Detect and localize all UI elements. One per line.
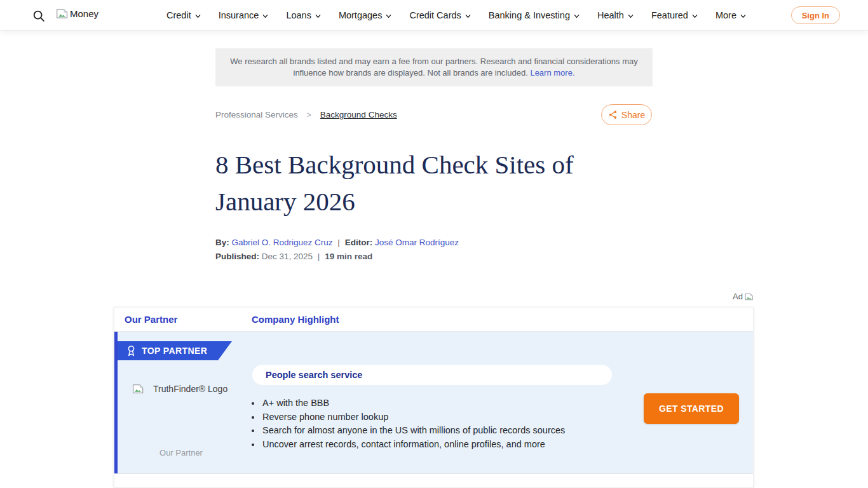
chevron-down-icon bbox=[465, 13, 471, 20]
share-button[interactable]: Share bbox=[601, 104, 652, 125]
byline: By: Gabriel O. Rodriguez Cruz | Editor: … bbox=[215, 238, 459, 247]
site-header: Money Credit Insurance Loans Mortgages C… bbox=[0, 0, 868, 30]
read-time: 19 min read bbox=[325, 252, 372, 261]
money-logo[interactable]: Money bbox=[56, 8, 98, 19]
nav-item-credit[interactable]: Credit bbox=[166, 10, 201, 20]
published-date: Dec 31, 2025 bbox=[262, 252, 313, 261]
sign-in-button[interactable]: Sign In bbox=[791, 6, 840, 24]
highlight-bullet: Search for almost anyone in the US with … bbox=[261, 424, 617, 438]
top-partner-label: TOP PARTNER bbox=[142, 346, 207, 356]
disclosure-text: We research all brands listed and may ea… bbox=[230, 57, 637, 78]
chevron-down-icon bbox=[194, 13, 201, 20]
broken-image-icon bbox=[745, 293, 754, 301]
highlight-bullet-list: A+ with the BBB Reverse phone number loo… bbox=[261, 396, 617, 451]
nav-item-health[interactable]: Health bbox=[597, 10, 634, 20]
chevron-down-icon bbox=[262, 13, 269, 20]
ad-label-row: Ad bbox=[114, 292, 754, 301]
learn-more-link[interactable]: Learn more. bbox=[530, 68, 574, 78]
breadcrumb-separator: > bbox=[307, 111, 311, 119]
get-started-button[interactable]: GET STARTED bbox=[644, 393, 739, 424]
nav-item-credit-cards[interactable]: Credit Cards bbox=[409, 10, 471, 20]
nav-item-loans[interactable]: Loans bbox=[286, 10, 322, 20]
author-link[interactable]: Gabriel O. Rodriguez Cruz bbox=[232, 238, 333, 247]
page: Money Credit Insurance Loans Mortgages C… bbox=[0, 0, 868, 488]
partner-table: Our Partner Company Highlight TOP PARTNE… bbox=[114, 307, 754, 488]
company-highlight-column-header: Company Highlight bbox=[252, 314, 339, 325]
service-category-pill: People search service bbox=[252, 365, 612, 385]
by-label: By: bbox=[215, 238, 229, 247]
highlight-bullet: Uncover arrest records, contact informat… bbox=[261, 438, 617, 452]
logo-alt-text: Money bbox=[70, 8, 98, 19]
next-partner-row-stub bbox=[114, 474, 753, 488]
chevron-down-icon bbox=[315, 13, 322, 20]
breadcrumb-parent[interactable]: Professional Services bbox=[215, 110, 298, 119]
byline-separator: | bbox=[337, 238, 340, 247]
row-accent-bar bbox=[114, 332, 118, 473]
top-partner-row: TOP PARTNER TruthFinder® Logo Our Partne… bbox=[114, 332, 753, 474]
highlight-bullet: A+ with the BBB bbox=[261, 396, 617, 410]
nav-item-banking-investing[interactable]: Banking & Investing bbox=[489, 10, 580, 20]
advertiser-disclosure: We research all brands listed and may ea… bbox=[215, 48, 653, 86]
search-icon[interactable] bbox=[32, 9, 46, 23]
share-icon bbox=[608, 110, 618, 119]
highlight-bullet: Reverse phone number lookup bbox=[261, 410, 617, 424]
page-title: 8 Best Background Check Sites of January… bbox=[215, 146, 654, 220]
nav-item-insurance[interactable]: Insurance bbox=[219, 10, 269, 20]
breadcrumb-current[interactable]: Background Checks bbox=[320, 110, 397, 119]
top-partner-badge: TOP PARTNER bbox=[118, 341, 232, 360]
nav-item-mortgages[interactable]: Mortgages bbox=[339, 10, 393, 20]
nav-item-featured[interactable]: Featured bbox=[651, 10, 698, 20]
broken-image-icon bbox=[56, 8, 69, 19]
editor-label: Editor: bbox=[345, 238, 373, 247]
pub-separator: | bbox=[318, 252, 320, 261]
share-label: Share bbox=[621, 110, 645, 120]
partner-logo[interactable]: TruthFinder® Logo bbox=[132, 384, 227, 394]
chevron-down-icon bbox=[573, 13, 580, 20]
partner-table-header: Our Partner Company Highlight bbox=[114, 308, 753, 332]
main-nav: Credit Insurance Loans Mortgages Credit … bbox=[166, 0, 747, 30]
chevron-down-icon bbox=[740, 13, 747, 20]
editor-link[interactable]: José Omar Rodríguez bbox=[375, 238, 459, 247]
nav-item-more[interactable]: More bbox=[715, 10, 747, 20]
broken-image-icon bbox=[132, 384, 144, 394]
our-partner-caption: Our Partner bbox=[140, 448, 222, 458]
medal-icon bbox=[126, 345, 136, 357]
published-label: Published: bbox=[215, 252, 259, 261]
breadcrumb: Professional Services > Background Check… bbox=[215, 110, 397, 119]
ad-label: Ad bbox=[733, 292, 743, 301]
our-partner-column-header: Our Partner bbox=[125, 314, 177, 325]
chevron-down-icon bbox=[691, 13, 698, 20]
chevron-down-icon bbox=[385, 13, 392, 20]
published-line: Published: Dec 31, 2025 | 19 min read bbox=[215, 252, 372, 261]
chevron-down-icon bbox=[627, 13, 634, 20]
partner-logo-alt-text: TruthFinder® Logo bbox=[153, 384, 227, 394]
